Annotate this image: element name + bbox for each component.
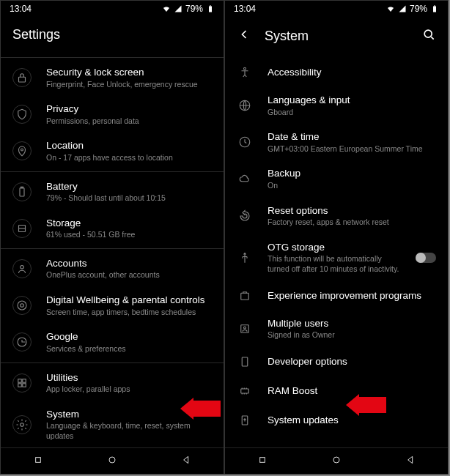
cloud-icon [237, 171, 253, 187]
item-developer-options[interactable]: Developer options [225, 347, 448, 376]
item-subtitle: Factory reset, apps & network reset [268, 217, 436, 228]
item-security-lock-screen[interactable]: Security & lock screenFingerprint, Face … [1, 59, 224, 96]
system-list[interactable]: AccessibilityLanguages & inputGboardDate… [225, 58, 448, 447]
item-location[interactable]: LocationOn - 17 apps have access to loca… [1, 133, 224, 169]
nav-back[interactable] [180, 454, 192, 469]
item-subtitle: Screen time, app timers, bedtime schedul… [46, 308, 212, 318]
item-title: Location [46, 139, 212, 152]
settings-screen: 13:04 79% Settings Security & lock scree… [0, 0, 224, 475]
header: Settings [1, 17, 224, 56]
nav-recent[interactable] [32, 454, 44, 469]
item-title: OTG storage [268, 241, 401, 254]
item-subtitle: Gboard [268, 108, 436, 118]
lock-icon [12, 68, 32, 87]
item-subtitle: Language & keyboard, time, reset, system… [46, 421, 212, 441]
back-button[interactable] [237, 27, 251, 45]
item-system[interactable]: SystemLanguage & keyboard, time, reset, … [1, 401, 224, 447]
page-title: System [265, 29, 309, 44]
item-title: Digital Wellbeing & parental controls [46, 294, 212, 307]
account-icon [12, 259, 32, 278]
item-privacy[interactable]: PrivacyPermissions, personal data [1, 96, 224, 133]
status-time: 13:04 [10, 4, 32, 14]
nav-recent[interactable] [257, 454, 268, 469]
item-multiple-users[interactable]: Multiple usersSigned in as Owner [225, 310, 448, 347]
dnd-icon [375, 4, 383, 13]
nav-home[interactable] [331, 454, 342, 469]
alarm-icon [139, 4, 147, 13]
nav-bar [225, 447, 448, 474]
search-button[interactable] [421, 27, 436, 45]
ram-icon [237, 383, 253, 399]
item-title: Accessibility [268, 66, 436, 79]
system-screen: 13:04 79% System AccessibilityLanguages … [224, 0, 449, 475]
nav-bar [1, 447, 224, 474]
item-title: Battery [46, 180, 212, 193]
item-title: RAM Boost [268, 384, 436, 398]
item-title: Reset options [268, 204, 436, 217]
users-icon [237, 321, 253, 337]
shield-icon [12, 105, 32, 124]
item-otg-storage[interactable]: OTG storageThis function will be automat… [225, 234, 448, 281]
item-languages-input[interactable]: Languages & inputGboard [225, 87, 448, 124]
item-subtitle: App locker, parallel apps [46, 384, 212, 395]
globe-icon [237, 97, 253, 114]
item-accessibility[interactable]: Accessibility [225, 58, 448, 87]
item-subtitle: Services & preferences [46, 344, 212, 354]
item-system-updates[interactable]: System updates [225, 406, 448, 435]
item-utilities[interactable]: UtilitiesApp locker, parallel apps [1, 365, 224, 401]
item-subtitle: OnePlus account, other accounts [46, 270, 212, 280]
status-time: 13:04 [234, 4, 256, 14]
item-subtitle: Permissions, personal data [46, 116, 212, 127]
update-icon [237, 412, 253, 428]
item-experience-improvement-programs[interactable]: Experience improvement programs [225, 281, 448, 310]
settings-list[interactable]: Security & lock screenFingerprint, Face … [1, 56, 224, 447]
status-bar: 13:04 79% [1, 1, 224, 17]
item-subtitle: Signed in as Owner [268, 330, 436, 341]
item-title: Accounts [46, 257, 212, 270]
wifi-icon [162, 4, 171, 13]
battery-percent: 79% [185, 4, 203, 14]
item-battery[interactable]: Battery79% - Should last until about 10:… [1, 174, 224, 210]
dnd-icon [150, 4, 159, 13]
page-title: Settings [12, 27, 60, 42]
status-bar: 13:04 79% [225, 1, 448, 17]
item-title: Developer options [268, 355, 436, 368]
item-title: Multiple users [268, 317, 436, 330]
google-icon [12, 332, 32, 352]
item-title: System [46, 408, 212, 421]
item-reset-options[interactable]: Reset optionsFactory reset, apps & netwo… [225, 198, 448, 234]
item-title: Date & time [268, 130, 436, 144]
item-google[interactable]: GoogleServices & preferences [1, 324, 224, 360]
nav-home[interactable] [106, 454, 118, 469]
battery-icon [206, 4, 215, 13]
item-storage[interactable]: Storage61% used - 50.51 GB free [1, 210, 224, 247]
item-backup[interactable]: BackupOn [225, 160, 448, 197]
item-subtitle: 61% used - 50.51 GB free [46, 230, 212, 240]
nav-back[interactable] [405, 454, 416, 469]
battery-icon [430, 4, 439, 13]
otg-toggle[interactable] [416, 253, 436, 263]
item-title: Storage [46, 217, 212, 230]
item-subtitle: Fingerprint, Face Unlock, emergency resc… [46, 80, 212, 90]
storage-icon [12, 219, 32, 238]
status-icons: 79% [139, 4, 215, 14]
item-title: Privacy [46, 103, 212, 116]
item-subtitle: On [268, 181, 436, 191]
item-date-time[interactable]: Date & timeGMT+03:00 Eastern European Su… [225, 124, 448, 160]
accessibility-icon [237, 64, 253, 81]
item-subtitle: GMT+03:00 Eastern European Summer Time [268, 144, 436, 155]
gear-icon [12, 415, 32, 434]
wellbeing-icon [12, 296, 32, 315]
item-accounts[interactable]: AccountsOnePlus account, other accounts [1, 250, 224, 287]
usb-icon [237, 250, 253, 266]
item-title: Google [46, 330, 212, 343]
item-title: Utilities [46, 371, 212, 384]
item-title: Experience improvement programs [268, 289, 436, 302]
item-subtitle: 79% - Should last until about 10:15 [46, 193, 212, 204]
cell-icon [174, 4, 182, 13]
item-digital-wellbeing-parental-controls[interactable]: Digital Wellbeing & parental controlsScr… [1, 287, 224, 324]
item-subtitle: On - 17 apps have access to location [46, 153, 212, 163]
battery-icon [12, 182, 32, 201]
item-title: Backup [268, 167, 436, 180]
item-ram-boost[interactable]: RAM Boost [225, 376, 448, 406]
